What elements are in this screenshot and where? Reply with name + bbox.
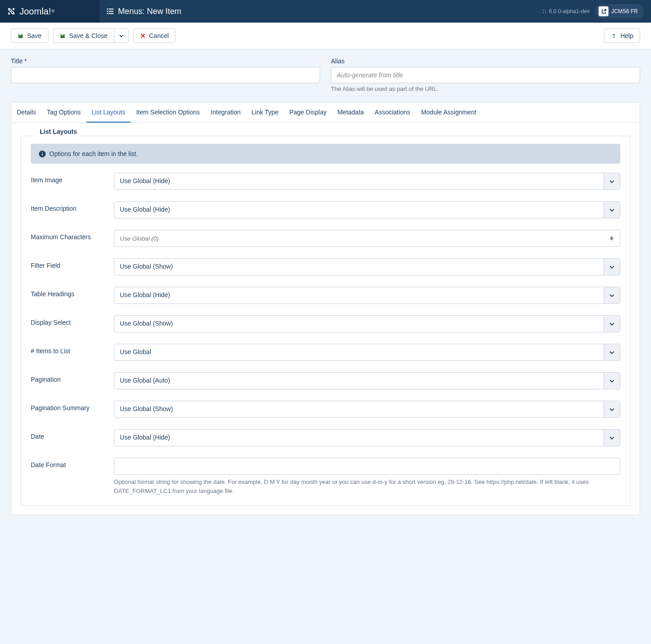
save-icon [60,33,66,39]
user-menu[interactable]: JCMS6 FR [595,4,644,19]
table-headings-select[interactable]: Use Global (Hide) [114,287,620,304]
field-row-pagination-summary: Pagination SummaryUse Global (Show) [31,401,620,418]
tab-integration[interactable]: Integration [205,103,246,123]
date-select[interactable]: Use Global (Hide) [114,429,620,446]
pagination-summary-select[interactable]: Use Global (Show) [114,401,620,418]
menu-icon [106,7,114,15]
save-label: Save [27,32,42,39]
brand-logo[interactable]: Joomla! ® [7,6,55,17]
tab-link-type[interactable]: Link Type [246,103,284,123]
field-row-date-format: Date FormatOptional format string for sh… [31,458,620,495]
select-value: Use Global (Show) [114,401,604,417]
field-row-table-headings: Table HeadingsUse Global (Hide) [31,287,620,304]
help-text: Optional format string for showing the d… [114,478,620,495]
svg-rect-18 [42,153,43,156]
tabs: DetailsTag OptionsList LayoutsItem Selec… [11,103,640,123]
field-label: Item Description [31,201,114,212]
field-row-item-image: Item ImageUse Global (Hide) [31,173,620,190]
field-control-wrap: Use Global (Auto) [114,372,620,389]
toolbar: Save Save & Close Cancel Help [0,23,651,49]
info-icon [39,151,46,157]
svg-point-15 [613,37,614,38]
number-field[interactable] [114,231,610,246]
field-label: Maximum Characters [31,230,114,241]
alias-field-wrap: Alias The Alias will be used as part of … [331,57,640,92]
field-control-wrap: Use Global (Hide) [114,287,620,304]
items-to-list-select[interactable]: Use Global [114,344,620,361]
pagination-select[interactable]: Use Global (Auto) [114,372,620,389]
field-label: Date [31,429,114,440]
version-badge[interactable]: 6.0.0-alpha1-dev [542,8,590,14]
field-label: Pagination Summary [31,401,114,412]
save-dropdown-button[interactable] [114,28,129,43]
field-label: Date Format [31,458,114,469]
date-format-input[interactable] [114,458,620,475]
tab-details[interactable]: Details [11,103,42,123]
tab-module-assignment[interactable]: Module Assignment [415,103,481,123]
alert-text: Options for each item in the list. [49,150,138,157]
chevron-down-icon [604,344,620,360]
version-text: 6.0.0-alpha1-dev [549,8,590,14]
tab-list-layouts[interactable]: List Layouts [86,103,131,123]
field-row-filter-field: Filter FieldUse Global (Show) [31,258,620,275]
cancel-button[interactable]: Cancel [133,28,176,43]
filter-field-select[interactable]: Use Global (Show) [114,258,620,275]
tab-item-selection-options[interactable]: Item Selection Options [131,103,205,123]
fieldset-legend: List Layouts [35,128,81,135]
select-value: Use Global (Auto) [114,373,604,389]
content-box: DetailsTag OptionsList LayoutsItem Selec… [11,102,640,515]
spinner-icon[interactable] [610,236,620,241]
svg-point-17 [42,152,42,153]
chevron-down-icon [604,430,620,446]
svg-point-6 [107,11,108,12]
svg-point-0 [8,8,10,10]
save-close-label: Save & Close [69,32,108,39]
title-label: Title * [11,57,320,65]
select-value: Use Global (Hide) [114,430,604,446]
alias-hint: The Alias will be used as part of the UR… [331,85,640,92]
header-right: 6.0.0-alpha1-dev JCMS6 FR [542,4,651,19]
field-label: Item Image [31,173,114,184]
select-value: Use Global (Hide) [114,202,604,218]
tab-page-display[interactable]: Page Display [284,103,332,123]
alias-label: Alias [331,57,640,65]
help-button[interactable]: Help [604,28,640,43]
cancel-label: Cancel [149,32,169,39]
field-label: Table Headings [31,287,114,298]
select-value: Use Global (Show) [114,316,604,332]
tab-metadata[interactable]: Metadata [332,103,369,123]
svg-point-1 [13,8,14,10]
chevron-down-icon [604,287,620,303]
title-field-wrap: Title * [11,57,320,92]
svg-point-12 [543,12,544,13]
list-layouts-fieldset: List Layouts Options for each item in th… [20,132,631,506]
svg-rect-5 [109,9,113,9]
external-link-icon [599,6,609,16]
item-description-select[interactable]: Use Global (Hide) [114,201,620,218]
svg-rect-9 [109,13,113,14]
field-label: Display Select [31,315,114,326]
field-control-wrap: Use Global (Hide) [114,201,620,218]
brand-text: Joomla! [19,6,51,17]
field-row-pagination: PaginationUse Global (Auto) [31,372,620,389]
title-input[interactable] [11,67,320,83]
field-row-item-description: Item DescriptionUse Global (Hide) [31,201,620,218]
select-value: Use Global (Hide) [114,287,604,303]
tab-tag-options[interactable]: Tag Options [42,103,86,123]
chevron-down-icon [604,259,620,275]
item-image-select[interactable]: Use Global (Hide) [114,173,620,190]
field-row-items-to-list: # Items to ListUse Global [31,344,620,361]
help-label: Help [620,32,633,39]
field-control-wrap: Use Global [114,344,620,361]
svg-point-11 [545,9,546,10]
select-value: Use Global (Hide) [114,173,604,189]
display-select-select[interactable]: Use Global (Show) [114,315,620,332]
select-value: Use Global [114,344,604,360]
max-chars-input[interactable] [114,230,620,247]
field-control-wrap: Use Global (Show) [114,258,620,275]
alias-input[interactable] [331,67,640,83]
save-close-button[interactable]: Save & Close [53,28,114,43]
chevron-down-icon [604,173,620,189]
save-button[interactable]: Save [11,28,48,43]
tab-associations[interactable]: Associations [369,103,416,123]
